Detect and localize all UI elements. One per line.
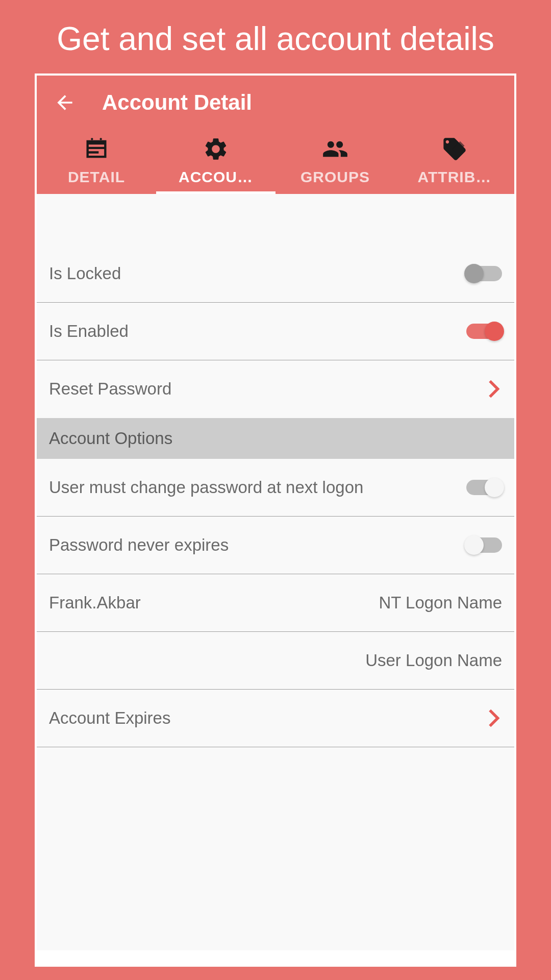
tab-attributes-label: ATTRIB… [395, 168, 514, 186]
password-never-expires-toggle[interactable] [466, 537, 502, 553]
svg-point-1 [100, 138, 102, 140]
setting-nt-logon-name[interactable]: Frank.Akbar NT Logon Name [37, 574, 514, 632]
setting-password-never-expires[interactable]: Password never expires [37, 517, 514, 574]
is-locked-label: Is Locked [49, 264, 121, 283]
device-frame: Account Detail DETAIL ACCOU… GROUPS [35, 74, 516, 967]
users-icon [276, 136, 395, 162]
tab-account[interactable]: ACCOU… [156, 130, 276, 194]
app-header: Account Detail DETAIL ACCOU… GROUPS [37, 76, 514, 194]
nt-logon-value: Frank.Akbar [49, 593, 141, 612]
spacer [37, 194, 514, 245]
content: Is Locked Is Enabled Reset Password Acco… [37, 194, 514, 950]
gear-icon [156, 136, 276, 162]
must-change-password-toggle[interactable] [466, 480, 502, 495]
setting-user-logon-name[interactable]: User Logon Name [37, 632, 514, 690]
account-expires-label: Account Expires [49, 708, 170, 728]
setting-is-locked[interactable]: Is Locked [37, 245, 514, 303]
tab-detail-label: DETAIL [37, 168, 156, 186]
is-enabled-toggle[interactable] [466, 324, 502, 339]
toggle-knob [464, 264, 484, 283]
reset-password-label: Reset Password [49, 379, 171, 399]
tab-attributes[interactable]: ATTRIB… [395, 130, 514, 194]
header-top: Account Detail [37, 76, 514, 130]
tabs: DETAIL ACCOU… GROUPS ATTRIB… [37, 130, 514, 194]
setting-is-enabled[interactable]: Is Enabled [37, 303, 514, 360]
setting-must-change-password[interactable]: User must change password at next logon [37, 459, 514, 517]
setting-reset-password[interactable]: Reset Password [37, 360, 514, 418]
password-never-expires-label: Password never expires [49, 535, 229, 555]
toggle-knob [464, 535, 484, 555]
is-locked-toggle[interactable] [466, 266, 502, 281]
chevron-right-icon [487, 710, 502, 726]
promo-title: Get and set all account details [0, 0, 551, 74]
svg-point-0 [91, 138, 93, 140]
toggle-knob [485, 322, 504, 341]
nt-logon-caption: NT Logon Name [379, 593, 502, 612]
section-account-options: Account Options [37, 418, 514, 459]
tab-groups[interactable]: GROUPS [276, 130, 395, 194]
back-arrow-icon [54, 91, 76, 114]
chevron-right-icon [487, 381, 502, 397]
tab-account-label: ACCOU… [156, 168, 276, 186]
page-title: Account Detail [102, 90, 252, 115]
setting-account-expires[interactable]: Account Expires [37, 690, 514, 747]
back-arrow-button[interactable] [52, 90, 78, 115]
tags-icon [395, 136, 514, 162]
id-card-icon [37, 136, 156, 162]
tab-detail[interactable]: DETAIL [37, 130, 156, 194]
toggle-knob [485, 478, 504, 497]
account-options-label: Account Options [49, 429, 172, 448]
must-change-password-label: User must change password at next logon [49, 478, 363, 497]
is-enabled-label: Is Enabled [49, 322, 129, 341]
tab-groups-label: GROUPS [276, 168, 395, 186]
user-logon-caption: User Logon Name [365, 651, 502, 670]
